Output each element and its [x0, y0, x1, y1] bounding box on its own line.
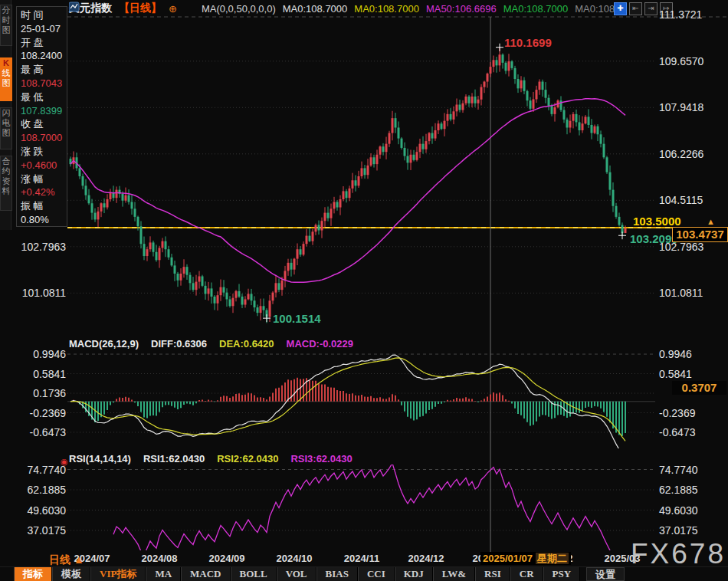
- axis-label: 0.5841: [0, 368, 66, 380]
- crosshair-mode-icon[interactable]: ✚: [614, 2, 627, 15]
- toolbar-item-RSI[interactable]: RSI: [475, 567, 510, 581]
- toolbar-item-指标[interactable]: 指标: [14, 567, 52, 581]
- tooltip-date: 2025/01/07: [483, 553, 533, 564]
- chart-canvas[interactable]: [0, 0, 728, 581]
- toolbar-item-PSY[interactable]: PSY: [543, 567, 581, 581]
- axis-label: 37.0175: [0, 524, 66, 537]
- macd-value-box: 0.3707: [672, 381, 726, 395]
- pan-left-icon[interactable]: ⇤: [629, 2, 642, 15]
- axis-label: -0.2369: [659, 407, 695, 419]
- toolbar-item-BOLL[interactable]: BOLL: [231, 567, 277, 581]
- ma-value: MA0:108.7000: [503, 3, 569, 15]
- axis-label: 37.0175: [659, 524, 698, 537]
- side-tab-闪电图[interactable]: 闪电图: [0, 107, 12, 149]
- month-label-2024/11: 2024/11: [331, 553, 392, 564]
- high-price-marker: 110.1699: [504, 36, 552, 49]
- toolbar-item-VIP指标[interactable]: VIP指标: [90, 567, 146, 581]
- info-value: +0.42%: [21, 185, 67, 199]
- toolbar-item-VOL[interactable]: VOL: [277, 567, 316, 581]
- axis-label: -0.2369: [0, 407, 66, 419]
- toolbar-item-MACD[interactable]: MACD: [181, 567, 230, 581]
- macd-dea-value: DEA:0.6420: [219, 338, 274, 350]
- axis-label: 106.2266: [659, 148, 703, 160]
- side-tab-strip: 分时图K线图闪电图合约资料: [0, 0, 11, 230]
- info-value: 108.7000: [21, 131, 67, 145]
- toolbar-item-CR[interactable]: CR: [510, 567, 543, 581]
- axis-label: 74.7740: [0, 464, 66, 476]
- axis-label: 62.1885: [659, 484, 698, 496]
- info-label: 涨 跌: [21, 145, 67, 159]
- period-tag: 【日线】: [119, 2, 162, 15]
- toolbar-item-KDJ[interactable]: KDJ: [395, 567, 433, 581]
- last-price-box: 103.4737: [672, 227, 728, 242]
- info-value: 0.80%: [21, 213, 67, 227]
- ma-value: MA50:106.6696: [426, 3, 497, 15]
- toolbar-item-CCI[interactable]: CCI: [358, 567, 395, 581]
- axis-label: -0.6473: [0, 426, 66, 438]
- toolbar-item-BIAS[interactable]: BIAS: [316, 567, 358, 581]
- info-value: 25-01-07: [21, 22, 67, 36]
- info-value: 107.8399: [21, 104, 67, 118]
- macd-diff-value: DIFF:0.6306: [151, 338, 207, 350]
- rsi-header: RSI(14,14,14) RSI1:62.0430 RSI2:62.0430 …: [69, 453, 353, 464]
- info-label: 最 高: [21, 63, 67, 77]
- info-label: 最 低: [21, 90, 67, 104]
- hline-price-label: 103.5000: [633, 215, 681, 228]
- axis-label: 0.9946: [659, 348, 692, 360]
- axis-label: 102.7963: [0, 241, 66, 253]
- tooltip-weekday: 星期二: [536, 553, 569, 564]
- axis-label: 49.6030: [0, 504, 66, 517]
- ma-values: MA0:108.7000MA0:108.7000MA50:106.6696MA0…: [283, 3, 630, 15]
- indicator-toolbar: 指标模板VIP指标MAMACDBOLLVOLBIASCCIKDJLW&RSICR…: [14, 567, 728, 581]
- axis-label: 0.1736: [0, 387, 66, 399]
- info-value: 108.7043: [21, 77, 67, 90]
- info-value: 108.2400: [21, 49, 67, 63]
- axis-label: 0.5841: [659, 368, 692, 380]
- ma-settings-text: MA(0,0,50,0,0,0): [202, 3, 276, 15]
- month-label-2024/08: 2024/08: [129, 553, 190, 564]
- info-label: 振 幅: [21, 199, 67, 213]
- pan-right-icon[interactable]: ⇥: [644, 2, 657, 15]
- toolbar-item-MA[interactable]: MA: [146, 567, 181, 581]
- month-label-2024/12: 2024/12: [395, 553, 457, 564]
- macd-header: MACD(26,12,9) DIFF:0.6306 DEA:0.6420 MAC…: [69, 338, 353, 350]
- toolbar-item-设置[interactable]: 设置: [586, 567, 625, 581]
- toolbar-item-模板[interactable]: 模板: [52, 567, 90, 581]
- axis-label: 111.3721: [659, 8, 702, 21]
- macd-title: MACD(26,12,9): [69, 338, 139, 350]
- quote-info-panel: 时 间25-01-07开 盘108.2400最 高108.7043最 低107.…: [16, 6, 67, 227]
- side-tab-合约资料[interactable]: 合约资料: [0, 156, 12, 211]
- axis-label: 62.1885: [0, 484, 66, 496]
- axis-label: 74.7740: [659, 464, 698, 476]
- recent-low-marker: 103.2099: [630, 232, 678, 245]
- chart-app: 分时图K线图闪电图合约资料 美元指数【日线】 ⊕ MA(0,0,50,0,0,0…: [0, 0, 728, 581]
- rsi-alert-dot-icon[interactable]: ◉: [61, 457, 68, 467]
- axis-label: 109.6570: [659, 55, 703, 67]
- ma-value: MA0:108.7000: [354, 3, 419, 15]
- side-tab-分时图[interactable]: 分时图: [0, 5, 12, 46]
- ma-value: MA0:108.7000: [283, 3, 348, 15]
- month-label-2024/09: 2024/09: [196, 553, 257, 564]
- info-label: 时 间: [21, 8, 67, 22]
- macd-bar-value: MACD:-0.0229: [287, 338, 353, 350]
- brand-watermark: FX678: [631, 538, 726, 570]
- toolbar-item-LW&[interactable]: LW&: [433, 567, 475, 581]
- axis-label: 49.6030: [659, 504, 698, 517]
- info-label: 收 盘: [21, 117, 67, 131]
- axis-label: -0.6473: [659, 426, 695, 438]
- crosshair-date-tooltip: 2025/01/07星期二: [480, 552, 571, 565]
- axis-label: 0.9946: [0, 348, 66, 360]
- info-label: 涨 幅: [21, 172, 67, 186]
- low-price-marker: 100.1514: [273, 312, 321, 325]
- axis-label: 107.9418: [659, 101, 703, 113]
- add-compare-icon[interactable]: ⊕: [169, 3, 177, 15]
- chart-type-icon[interactable]: [184, 3, 195, 14]
- chart-header: 美元指数【日线】 ⊕ MA(0,0,50,0,0,0) MA0:108.7000…: [69, 2, 630, 15]
- side-tab-K线图[interactable]: K线图: [0, 57, 12, 101]
- axis-label: 101.0811: [0, 287, 66, 299]
- rsi3-value: RSI3:62.0430: [290, 453, 352, 464]
- axis-label: 101.0811: [659, 287, 703, 299]
- axis-label: 104.5115: [659, 194, 703, 206]
- tab-first-char: K: [3, 58, 9, 67]
- info-value: +0.4600: [21, 159, 67, 172]
